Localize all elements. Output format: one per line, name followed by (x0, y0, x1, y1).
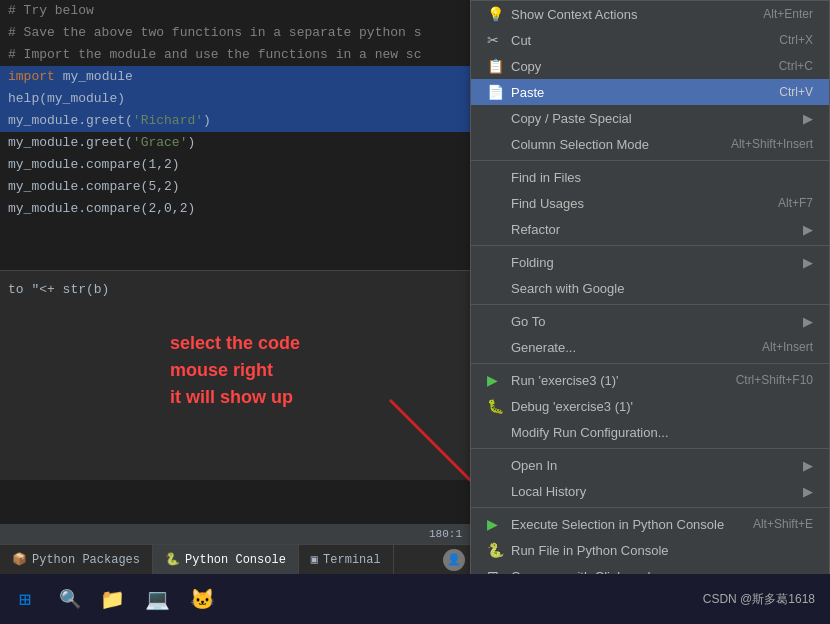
menu-item-18[interactable]: ▶Execute Selection in Python ConsoleAlt+… (471, 511, 829, 537)
menu-item-3[interactable]: 📄PasteCtrl+V (471, 79, 829, 105)
windows-search-button[interactable]: 🔍 (50, 574, 90, 624)
code-line-7: my_module.compare(1,2) (0, 154, 470, 176)
menu-item-13[interactable]: ▶Run 'exercise3 (1)'Ctrl+Shift+F10 (471, 367, 829, 393)
menu-item-shortcut-5: Alt+Shift+Insert (731, 137, 813, 151)
windows-taskbar: ⊞ 🔍 📁 💻 🐱 CSDN @斯多葛1618 (0, 574, 830, 624)
menu-item-icon-1: ✂ (487, 32, 505, 48)
menu-item-label-6: Find in Files (511, 170, 813, 185)
menu-divider-6 (471, 160, 829, 161)
menu-item-label-7: Find Usages (511, 196, 758, 211)
menu-item-19[interactable]: 🐍Run File in Python Console (471, 537, 829, 563)
menu-item-label-10: Search with Google (511, 281, 813, 296)
windows-start-button[interactable]: ⊞ (0, 574, 50, 624)
menu-item-15[interactable]: Modify Run Configuration... (471, 419, 829, 445)
menu-item-5[interactable]: Column Selection ModeAlt+Shift+Insert (471, 131, 829, 157)
code-line-1: # Save the above two functions in a sepa… (0, 22, 470, 44)
menu-item-6[interactable]: Find in Files (471, 164, 829, 190)
menu-item-arrow-16: ▶ (803, 458, 813, 473)
menu-item-9[interactable]: Folding▶ (471, 249, 829, 275)
menu-item-label-0: Show Context Actions (511, 7, 743, 22)
menu-item-icon-14: 🐛 (487, 398, 505, 414)
code-line-0: # Try below (0, 0, 470, 22)
code-line-5: my_module.greet('Richard') (0, 110, 470, 132)
menu-item-arrow-9: ▶ (803, 255, 813, 270)
menu-item-shortcut-18: Alt+Shift+E (753, 517, 813, 531)
menu-divider-9 (471, 245, 829, 246)
menu-item-shortcut-2: Ctrl+C (779, 59, 813, 73)
bottom-code: to "<+ str(b) (0, 271, 470, 309)
ide-bottom-tabs[interactable]: 📦Python Packages🐍Python Console▣Terminal… (0, 544, 470, 574)
menu-item-icon-0: 💡 (487, 6, 505, 22)
menu-item-2[interactable]: 📋CopyCtrl+C (471, 53, 829, 79)
tab-icon-2: ▣ (311, 552, 318, 567)
menu-item-arrow-8: ▶ (803, 222, 813, 237)
tab-label-0: Python Packages (32, 553, 140, 567)
menu-item-icon-3: 📄 (487, 84, 505, 100)
code-line-6: my_module.greet('Grace') (0, 132, 470, 154)
menu-item-label-1: Cut (511, 33, 759, 48)
code-line-2: # Import the module and use the function… (0, 44, 470, 66)
watermark-text: CSDN @斯多葛1618 (703, 591, 830, 608)
menu-item-label-13: Run 'exercise3 (1)' (511, 373, 716, 388)
menu-item-shortcut-7: Alt+F7 (778, 196, 813, 210)
cursor-position: 180:1 (429, 528, 462, 540)
menu-item-label-2: Copy (511, 59, 759, 74)
code-line-4: help(my_module) (0, 88, 470, 110)
menu-item-shortcut-12: Alt+Insert (762, 340, 813, 354)
user-avatar[interactable]: 👤 (443, 549, 465, 571)
menu-item-label-3: Paste (511, 85, 759, 100)
bottom-panel: to "<+ str(b) (0, 270, 470, 480)
menu-item-11[interactable]: Go To▶ (471, 308, 829, 334)
menu-item-17[interactable]: Local History▶ (471, 478, 829, 504)
tab-label-1: Python Console (185, 553, 286, 567)
menu-item-shortcut-0: Alt+Enter (763, 7, 813, 21)
menu-item-label-8: Refactor (511, 222, 793, 237)
menu-item-label-4: Copy / Paste Special (511, 111, 793, 126)
menu-item-shortcut-3: Ctrl+V (779, 85, 813, 99)
ide-tab-2[interactable]: ▣Terminal (299, 545, 394, 574)
menu-item-16[interactable]: Open In▶ (471, 452, 829, 478)
menu-item-icon-18: ▶ (487, 516, 505, 532)
ide-tab-0[interactable]: 📦Python Packages (0, 545, 153, 574)
menu-item-icon-2: 📋 (487, 58, 505, 74)
code-line-8: my_module.compare(5,2) (0, 176, 470, 198)
tab-icon-1: 🐍 (165, 552, 180, 567)
menu-item-12[interactable]: Generate...Alt+Insert (471, 334, 829, 360)
code-line-9: my_module.compare(2,0,2) (0, 198, 470, 220)
menu-item-10[interactable]: Search with Google (471, 275, 829, 301)
tab-label-2: Terminal (323, 553, 381, 567)
menu-divider-16 (471, 448, 829, 449)
menu-item-0[interactable]: 💡Show Context ActionsAlt+Enter (471, 1, 829, 27)
menu-item-label-9: Folding (511, 255, 793, 270)
menu-item-arrow-17: ▶ (803, 484, 813, 499)
menu-divider-11 (471, 304, 829, 305)
menu-item-shortcut-13: Ctrl+Shift+F10 (736, 373, 813, 387)
ide-tab-1[interactable]: 🐍Python Console (153, 545, 299, 574)
menu-item-label-12: Generate... (511, 340, 742, 355)
menu-item-label-14: Debug 'exercise3 (1)' (511, 399, 813, 414)
menu-item-icon-19: 🐍 (487, 542, 505, 558)
menu-item-label-5: Column Selection Mode (511, 137, 711, 152)
menu-item-4[interactable]: Copy / Paste Special▶ (471, 105, 829, 131)
taskbar-icon-wechat[interactable]: 🐱 (180, 574, 225, 624)
menu-item-14[interactable]: 🐛Debug 'exercise3 (1)' (471, 393, 829, 419)
menu-item-icon-13: ▶ (487, 372, 505, 388)
menu-divider-18 (471, 507, 829, 508)
menu-item-8[interactable]: Refactor▶ (471, 216, 829, 242)
context-menu: 💡Show Context ActionsAlt+Enter✂CutCtrl+X… (470, 0, 830, 624)
menu-item-label-11: Go To (511, 314, 793, 329)
status-row: 180:1 (0, 524, 470, 544)
code-line-3: import my_module (0, 66, 470, 88)
taskbar-icon-pycharm[interactable]: 💻 (135, 574, 180, 624)
menu-item-label-15: Modify Run Configuration... (511, 425, 813, 440)
menu-item-label-16: Open In (511, 458, 793, 473)
menu-item-label-17: Local History (511, 484, 793, 499)
menu-item-7[interactable]: Find UsagesAlt+F7 (471, 190, 829, 216)
taskbar-icon-explorer[interactable]: 📁 (90, 574, 135, 624)
code-lines: # Try below# Save the above two function… (0, 0, 470, 220)
menu-divider-13 (471, 363, 829, 364)
menu-item-label-19: Run File in Python Console (511, 543, 813, 558)
menu-item-1[interactable]: ✂CutCtrl+X (471, 27, 829, 53)
menu-item-arrow-11: ▶ (803, 314, 813, 329)
menu-item-label-18: Execute Selection in Python Console (511, 517, 733, 532)
